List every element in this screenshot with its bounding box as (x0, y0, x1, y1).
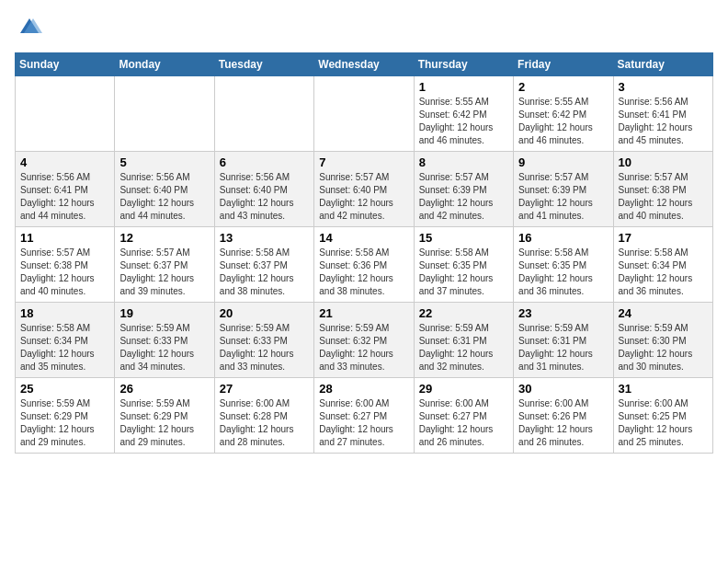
day-number: 20 (220, 306, 309, 320)
day-info: Sunrise: 5:56 AM Sunset: 6:40 PM Dayligh… (220, 171, 309, 223)
logo (15, 15, 42, 45)
calendar-header: SundayMondayTuesdayWednesdayThursdayFrid… (16, 52, 713, 75)
day-info: Sunrise: 5:57 AM Sunset: 6:40 PM Dayligh… (319, 171, 408, 223)
weekday-header: Sunday (16, 52, 115, 75)
day-info: Sunrise: 5:57 AM Sunset: 6:39 PM Dayligh… (419, 171, 508, 223)
day-info: Sunrise: 5:55 AM Sunset: 6:42 PM Dayligh… (518, 96, 608, 147)
day-number: 29 (419, 382, 508, 396)
calendar-cell: 7Sunrise: 5:57 AM Sunset: 6:40 PM Daylig… (314, 151, 414, 226)
calendar-cell: 14Sunrise: 5:58 AM Sunset: 6:36 PM Dayli… (314, 226, 414, 302)
weekday-header: Saturday (613, 52, 712, 75)
calendar-week-row: 11Sunrise: 5:57 AM Sunset: 6:38 PM Dayli… (16, 226, 713, 302)
day-info: Sunrise: 5:57 AM Sunset: 6:38 PM Dayligh… (20, 247, 109, 298)
calendar-cell: 26Sunrise: 5:59 AM Sunset: 6:29 PM Dayli… (115, 377, 214, 453)
calendar-week-row: 1Sunrise: 5:55 AM Sunset: 6:42 PM Daylig… (16, 75, 713, 151)
calendar-cell: 2Sunrise: 5:55 AM Sunset: 6:42 PM Daylig… (514, 75, 613, 151)
calendar-cell (115, 75, 214, 151)
day-info: Sunrise: 5:58 AM Sunset: 6:35 PM Dayligh… (518, 247, 608, 298)
calendar-cell: 13Sunrise: 5:58 AM Sunset: 6:37 PM Dayli… (214, 226, 313, 302)
day-info: Sunrise: 6:00 AM Sunset: 6:25 PM Dayligh… (619, 397, 708, 449)
calendar-cell: 16Sunrise: 5:58 AM Sunset: 6:35 PM Dayli… (514, 226, 613, 302)
calendar-cell: 25Sunrise: 5:59 AM Sunset: 6:29 PM Dayli… (16, 377, 115, 453)
calendar-cell: 23Sunrise: 5:59 AM Sunset: 6:31 PM Dayli… (514, 302, 613, 377)
day-number: 25 (20, 382, 109, 396)
calendar-cell: 9Sunrise: 5:57 AM Sunset: 6:39 PM Daylig… (514, 151, 613, 226)
day-number: 30 (518, 382, 608, 396)
page-header (15, 15, 713, 45)
calendar-cell: 31Sunrise: 6:00 AM Sunset: 6:25 PM Dayli… (613, 377, 712, 453)
calendar-cell: 27Sunrise: 6:00 AM Sunset: 6:28 PM Dayli… (214, 377, 313, 453)
calendar-cell: 15Sunrise: 5:58 AM Sunset: 6:35 PM Dayli… (414, 226, 513, 302)
calendar-cell: 17Sunrise: 5:58 AM Sunset: 6:34 PM Dayli… (613, 226, 712, 302)
day-number: 15 (419, 231, 508, 245)
day-info: Sunrise: 5:56 AM Sunset: 6:41 PM Dayligh… (20, 171, 109, 223)
day-info: Sunrise: 5:56 AM Sunset: 6:41 PM Dayligh… (619, 96, 708, 147)
day-number: 14 (319, 231, 408, 245)
calendar-cell: 3Sunrise: 5:56 AM Sunset: 6:41 PM Daylig… (613, 75, 712, 151)
day-number: 28 (319, 382, 408, 396)
day-info: Sunrise: 5:58 AM Sunset: 6:37 PM Dayligh… (220, 247, 309, 298)
calendar-week-row: 4Sunrise: 5:56 AM Sunset: 6:41 PM Daylig… (16, 151, 713, 226)
calendar-week-row: 18Sunrise: 5:58 AM Sunset: 6:34 PM Dayli… (16, 302, 713, 377)
day-info: Sunrise: 5:59 AM Sunset: 6:31 PM Dayligh… (518, 322, 608, 373)
day-number: 18 (20, 306, 109, 320)
day-number: 4 (20, 155, 109, 169)
day-number: 1 (419, 80, 508, 94)
calendar-cell: 10Sunrise: 5:57 AM Sunset: 6:38 PM Dayli… (613, 151, 712, 226)
day-info: Sunrise: 5:59 AM Sunset: 6:29 PM Dayligh… (119, 397, 209, 449)
calendar-table: SundayMondayTuesdayWednesdayThursdayFrid… (15, 52, 713, 454)
calendar-cell: 24Sunrise: 5:59 AM Sunset: 6:30 PM Dayli… (613, 302, 712, 377)
calendar-cell: 22Sunrise: 5:59 AM Sunset: 6:31 PM Dayli… (414, 302, 513, 377)
day-info: Sunrise: 5:55 AM Sunset: 6:42 PM Dayligh… (419, 96, 508, 147)
day-number: 19 (119, 306, 209, 320)
day-info: Sunrise: 5:58 AM Sunset: 6:35 PM Dayligh… (419, 247, 508, 298)
day-info: Sunrise: 5:58 AM Sunset: 6:36 PM Dayligh… (319, 247, 408, 298)
day-number: 2 (518, 80, 608, 94)
day-number: 27 (220, 382, 309, 396)
calendar-cell: 6Sunrise: 5:56 AM Sunset: 6:40 PM Daylig… (214, 151, 313, 226)
day-info: Sunrise: 6:00 AM Sunset: 6:26 PM Dayligh… (518, 397, 608, 449)
day-info: Sunrise: 6:00 AM Sunset: 6:27 PM Dayligh… (419, 397, 508, 449)
day-info: Sunrise: 5:59 AM Sunset: 6:33 PM Dayligh… (119, 322, 209, 373)
day-number: 12 (119, 231, 209, 245)
day-info: Sunrise: 6:00 AM Sunset: 6:27 PM Dayligh… (319, 397, 408, 449)
weekday-header: Monday (115, 52, 214, 75)
day-number: 6 (220, 155, 309, 169)
day-number: 3 (619, 80, 708, 94)
calendar-cell: 20Sunrise: 5:59 AM Sunset: 6:33 PM Dayli… (214, 302, 313, 377)
day-info: Sunrise: 5:58 AM Sunset: 6:34 PM Dayligh… (20, 322, 109, 373)
weekday-header: Wednesday (314, 52, 414, 75)
day-number: 8 (419, 155, 508, 169)
day-info: Sunrise: 5:57 AM Sunset: 6:38 PM Dayligh… (619, 171, 708, 223)
weekday-header: Thursday (414, 52, 513, 75)
day-number: 11 (20, 231, 109, 245)
day-number: 13 (220, 231, 309, 245)
weekday-row: SundayMondayTuesdayWednesdayThursdayFrid… (16, 52, 713, 75)
calendar-cell: 1Sunrise: 5:55 AM Sunset: 6:42 PM Daylig… (414, 75, 513, 151)
calendar-cell: 8Sunrise: 5:57 AM Sunset: 6:39 PM Daylig… (414, 151, 513, 226)
day-number: 21 (319, 306, 408, 320)
day-number: 5 (119, 155, 209, 169)
day-info: Sunrise: 5:59 AM Sunset: 6:33 PM Dayligh… (220, 322, 309, 373)
calendar-cell: 29Sunrise: 6:00 AM Sunset: 6:27 PM Dayli… (414, 377, 513, 453)
calendar-cell: 4Sunrise: 5:56 AM Sunset: 6:41 PM Daylig… (16, 151, 115, 226)
calendar-cell: 12Sunrise: 5:57 AM Sunset: 6:37 PM Dayli… (115, 226, 214, 302)
weekday-header: Tuesday (214, 52, 313, 75)
day-number: 22 (419, 306, 508, 320)
calendar-cell (16, 75, 115, 151)
calendar-cell: 19Sunrise: 5:59 AM Sunset: 6:33 PM Dayli… (115, 302, 214, 377)
day-info: Sunrise: 5:59 AM Sunset: 6:29 PM Dayligh… (20, 397, 109, 449)
logo-icon (17, 15, 42, 40)
day-info: Sunrise: 5:59 AM Sunset: 6:30 PM Dayligh… (619, 322, 708, 373)
day-info: Sunrise: 5:57 AM Sunset: 6:37 PM Dayligh… (119, 247, 209, 298)
day-number: 23 (518, 306, 608, 320)
calendar-cell (314, 75, 414, 151)
calendar-cell: 28Sunrise: 6:00 AM Sunset: 6:27 PM Dayli… (314, 377, 414, 453)
calendar-cell: 30Sunrise: 6:00 AM Sunset: 6:26 PM Dayli… (514, 377, 613, 453)
day-info: Sunrise: 5:59 AM Sunset: 6:32 PM Dayligh… (319, 322, 408, 373)
calendar-cell: 5Sunrise: 5:56 AM Sunset: 6:40 PM Daylig… (115, 151, 214, 226)
day-number: 7 (319, 155, 408, 169)
day-number: 24 (619, 306, 708, 320)
day-info: Sunrise: 6:00 AM Sunset: 6:28 PM Dayligh… (220, 397, 309, 449)
day-info: Sunrise: 5:58 AM Sunset: 6:34 PM Dayligh… (619, 247, 708, 298)
